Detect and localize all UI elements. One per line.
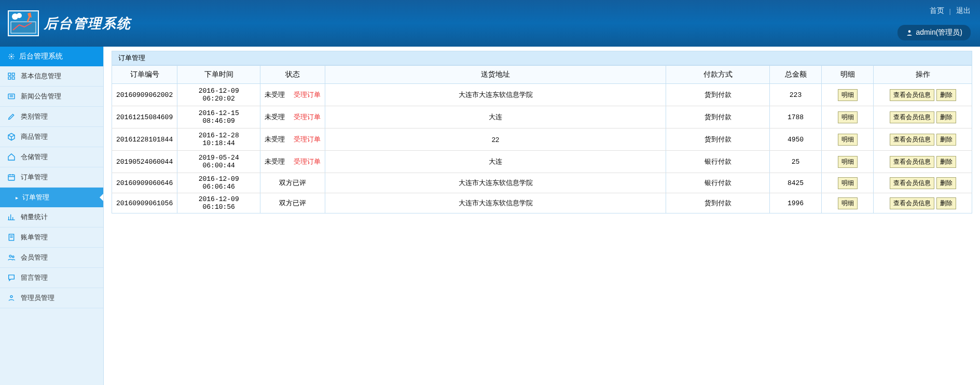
delete-button[interactable]: 删除: [936, 134, 956, 146]
th-order-time: 下单时间: [177, 66, 260, 84]
main-content: 订单管理 订单编号 下单时间 状态 送货地址 付款方式 总金额 明细 操作 20…: [104, 47, 980, 385]
svg-rect-12: [8, 175, 15, 180]
cell-order-time: 2016-12-09 06:20:02: [177, 84, 260, 106]
cell-order-time: 2016-12-09 06:10:56: [177, 193, 260, 213]
view-member-button[interactable]: 查看会员信息: [890, 111, 934, 123]
sidebar-item-4[interactable]: 仓储管理: [0, 147, 103, 167]
admin-icon: [7, 294, 16, 302]
view-member-button[interactable]: 查看会员信息: [890, 197, 934, 209]
sidebar-item-label: 商品管理: [21, 132, 48, 141]
cell-status: 未受理 受理订单: [260, 106, 325, 129]
sidebar-item-label: 会员管理: [21, 253, 48, 262]
cell-detail: 明细: [822, 173, 874, 193]
delete-button[interactable]: 删除: [936, 197, 956, 209]
cell-action: 查看会员信息删除: [874, 193, 972, 213]
th-action: 操作: [874, 66, 972, 84]
layout: 后台管理系统 基本信息管理新闻公告管理类别管理商品管理仓储管理订单管理订单管理销…: [0, 47, 980, 385]
app-header: 后台管理系统 首页 | 退出 admin(管理员): [0, 0, 980, 47]
cell-status: 未受理 受理订单: [260, 129, 325, 151]
detail-button[interactable]: 明细: [838, 111, 858, 123]
detail-button[interactable]: 明细: [838, 197, 858, 209]
view-member-button[interactable]: 查看会员信息: [890, 156, 934, 168]
status-text: 未受理: [265, 158, 285, 165]
detail-button[interactable]: 明细: [838, 156, 858, 168]
home-link[interactable]: 首页: [930, 6, 944, 16]
cell-order-time: 2019-05-24 06:00:44: [177, 151, 260, 173]
view-member-button[interactable]: 查看会员信息: [890, 134, 934, 146]
cell-order-id: 20161215084609: [112, 106, 177, 129]
svg-point-3: [908, 30, 910, 33]
sidebar-item-7[interactable]: 账单管理: [0, 227, 103, 248]
sidebar-title[interactable]: 后台管理系统: [0, 47, 103, 66]
panel-title: 订单管理: [112, 51, 972, 65]
delete-button[interactable]: 删除: [936, 156, 956, 168]
svg-point-21: [10, 295, 12, 297]
sidebar-item-label: 基本信息管理: [21, 72, 61, 81]
accept-order-link[interactable]: 受理订单: [294, 113, 321, 121]
sidebar-item-6[interactable]: 销量统计: [0, 207, 103, 227]
sidebar-item-5[interactable]: 订单管理: [0, 167, 103, 188]
cell-action: 查看会员信息删除: [874, 84, 972, 106]
cell-detail: 明细: [822, 84, 874, 106]
view-member-button[interactable]: 查看会员信息: [890, 177, 934, 189]
cell-action: 查看会员信息删除: [874, 129, 972, 151]
accept-order-link[interactable]: 受理订单: [294, 135, 321, 143]
cell-order-id: 20160909062002: [112, 84, 177, 106]
cell-amount: 25: [770, 151, 822, 173]
svg-rect-6: [12, 73, 15, 76]
sidebar-item-label: 仓储管理: [21, 152, 48, 162]
cell-amount: 1996: [770, 193, 822, 213]
status-text: 双方已评: [279, 199, 306, 207]
table-row: 201609090606462016-12-09 06:06:46双方已评大连市…: [112, 173, 972, 193]
cell-detail: 明细: [822, 106, 874, 129]
sidebar-item-1[interactable]: 新闻公告管理: [0, 87, 103, 107]
cell-address: 大连市大连东软信息学院: [325, 173, 666, 193]
sidebar-item-label: 留言管理: [21, 273, 48, 282]
cell-detail: 明细: [822, 129, 874, 151]
status-text: 双方已评: [279, 179, 306, 187]
cell-order-id: 20190524060044: [112, 151, 177, 173]
cell-status: 未受理 受理订单: [260, 84, 325, 106]
view-member-button[interactable]: 查看会员信息: [890, 89, 934, 101]
sidebar-item-9[interactable]: 留言管理: [0, 268, 103, 288]
cell-detail: 明细: [822, 193, 874, 213]
sidebar-item-3[interactable]: 商品管理: [0, 127, 103, 147]
accept-order-link[interactable]: 受理订单: [294, 91, 321, 98]
sidebar-item-10[interactable]: 管理员管理: [0, 288, 103, 308]
table-row: 201905240600442019-05-24 06:00:44未受理 受理订…: [112, 151, 972, 173]
cell-amount: 8425: [770, 173, 822, 193]
th-address: 送货地址: [325, 66, 666, 84]
news-icon: [7, 92, 16, 101]
detail-button[interactable]: 明细: [838, 89, 858, 101]
cell-action: 查看会员信息删除: [874, 173, 972, 193]
cell-detail: 明细: [822, 151, 874, 173]
sidebar-item-0[interactable]: 基本信息管理: [0, 66, 103, 87]
cell-pay: 银行付款: [666, 151, 770, 173]
delete-button[interactable]: 删除: [936, 111, 956, 123]
table-row: 201612281018442016-12-28 10:18:44未受理 受理订…: [112, 129, 972, 151]
table-row: 201609090610562016-12-09 06:10:56双方已评大连市…: [112, 193, 972, 213]
sidebar-sub-item[interactable]: 订单管理: [0, 188, 103, 207]
detail-button[interactable]: 明细: [838, 177, 858, 189]
cell-order-time: 2016-12-15 08:46:09: [177, 106, 260, 129]
sidebar: 后台管理系统 基本信息管理新闻公告管理类别管理商品管理仓储管理订单管理订单管理销…: [0, 47, 104, 385]
cell-address: 大连市大连东软信息学院: [325, 84, 666, 106]
delete-button[interactable]: 删除: [936, 177, 956, 189]
table-header-row: 订单编号 下单时间 状态 送货地址 付款方式 总金额 明细 操作: [112, 66, 972, 84]
sidebar-item-2[interactable]: 类别管理: [0, 107, 103, 127]
svg-rect-8: [12, 77, 15, 79]
cell-amount: 1788: [770, 106, 822, 129]
calendar-icon: [7, 173, 16, 181]
cell-address: 大连市大连东软信息学院: [325, 193, 666, 213]
detail-button[interactable]: 明细: [838, 134, 858, 146]
home-icon: [7, 153, 16, 161]
sidebar-item-8[interactable]: 会员管理: [0, 248, 103, 268]
cell-address: 大连: [325, 151, 666, 173]
cell-pay: 货到付款: [666, 84, 770, 106]
cell-order-id: 20161228101844: [112, 129, 177, 151]
user-badge[interactable]: admin(管理员): [898, 25, 971, 40]
accept-order-link[interactable]: 受理订单: [294, 158, 321, 165]
sidebar-item-label: 类别管理: [21, 112, 48, 121]
delete-button[interactable]: 删除: [936, 89, 956, 101]
logout-link[interactable]: 退出: [956, 6, 971, 16]
